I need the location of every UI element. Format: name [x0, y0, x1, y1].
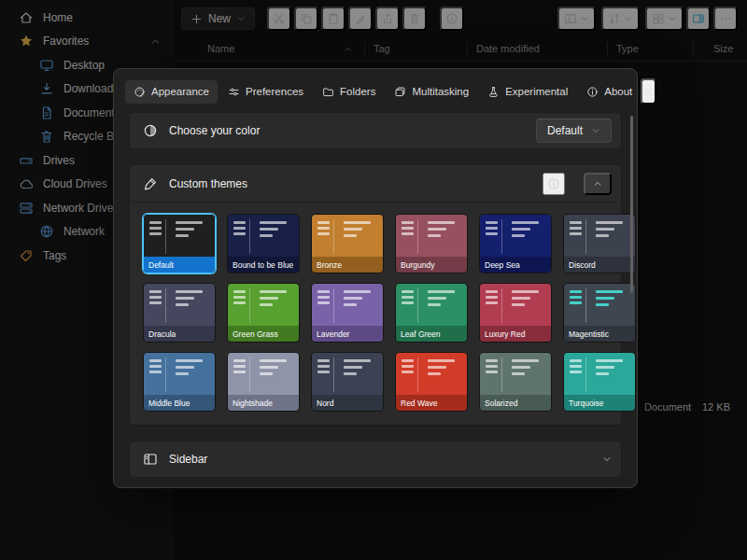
- theme-preview: [144, 284, 215, 326]
- palette-icon: [134, 86, 146, 98]
- tab-folders[interactable]: Folders: [314, 80, 384, 104]
- theme-bound-to-be-blue[interactable]: Bound to be Blue: [227, 214, 300, 273]
- preview-bar: [260, 372, 273, 375]
- theme-preview: [396, 215, 467, 257]
- theme-turquoise[interactable]: Turquoise: [563, 352, 636, 412]
- theme-name-label: Nightshade: [228, 395, 299, 411]
- color-dropdown-value: Default: [547, 124, 583, 137]
- theme-preview: [228, 215, 299, 257]
- preview-bar: [317, 301, 330, 304]
- themes-info-button[interactable]: [543, 173, 565, 195]
- theme-preview-sidebar: [149, 219, 166, 254]
- theme-deep-sea[interactable]: Deep Sea: [479, 214, 552, 273]
- theme-leaf-green[interactable]: Leaf Green: [395, 283, 468, 343]
- info-icon: [547, 177, 560, 190]
- theme-preview-sidebar: [486, 357, 502, 392]
- preview-bar: [596, 228, 614, 231]
- theme-magentistic[interactable]: Magentistic: [563, 283, 636, 343]
- preview-bar: [486, 227, 498, 230]
- preview-bar: [428, 234, 441, 237]
- preview-bar: [596, 372, 609, 375]
- color-dropdown[interactable]: Default: [536, 119, 612, 143]
- tab-multitasking[interactable]: Multitasking: [386, 80, 477, 104]
- settings-dialog: AppearancePreferencesFoldersMultitasking…: [113, 68, 638, 488]
- choose-color-label: Choose your color: [169, 124, 260, 137]
- theme-bronze[interactable]: Bronze: [311, 214, 384, 273]
- preview-bar: [149, 227, 162, 230]
- theme-name-label: Leaf Green: [396, 326, 467, 342]
- themes-collapse-button[interactable]: [584, 173, 612, 195]
- tab-preferences[interactable]: Preferences: [219, 80, 312, 104]
- custom-themes-header[interactable]: Custom themes: [130, 165, 621, 203]
- close-button[interactable]: [641, 78, 656, 105]
- theme-luxury-red[interactable]: Luxury Red: [479, 283, 552, 343]
- preview-bar: [260, 359, 287, 362]
- preview-bar: [596, 303, 609, 306]
- preview-bar: [317, 290, 330, 293]
- theme-preview-sidebar: [570, 219, 586, 254]
- preview-bar: [596, 234, 609, 237]
- info-icon: [586, 86, 599, 98]
- theme-preview-main: [591, 357, 629, 392]
- preview-bar: [402, 301, 414, 304]
- theme-burgundy[interactable]: Burgundy: [395, 214, 468, 273]
- theme-name-label: Solarized: [480, 395, 551, 411]
- theme-preview: [480, 353, 551, 395]
- theme-middle-blue[interactable]: Middle Blue: [143, 352, 216, 412]
- preview-bar: [176, 228, 194, 231]
- preview-bar: [402, 371, 414, 373]
- preview-bar: [176, 366, 194, 369]
- preview-bar: [486, 359, 498, 362]
- theme-preview-sidebar: [317, 219, 334, 254]
- preview-bar: [149, 232, 162, 235]
- preview-bar: [260, 234, 273, 237]
- preview-bar: [512, 234, 525, 237]
- preview-bar: [176, 297, 194, 300]
- theme-red-wave[interactable]: Red Wave: [395, 352, 468, 412]
- tab-label: Multitasking: [412, 86, 469, 97]
- theme-nord[interactable]: Nord: [311, 352, 384, 412]
- theme-preview-sidebar: [486, 288, 502, 323]
- tab-experimental[interactable]: Experimental: [479, 80, 576, 104]
- theme-name-label: Nord: [312, 395, 383, 411]
- theme-discord[interactable]: Discord: [563, 214, 636, 273]
- dialog-scrollbar[interactable]: [630, 116, 633, 293]
- theme-preview-main: [339, 219, 377, 254]
- preview-bar: [570, 359, 582, 362]
- theme-preview: [564, 215, 635, 257]
- chevron-down-icon: [602, 455, 612, 464]
- theme-preview: [144, 215, 215, 257]
- tab-about[interactable]: About: [578, 80, 641, 104]
- theme-preview: [396, 353, 467, 395]
- theme-preview: [564, 284, 635, 326]
- theme-preview-main: [171, 288, 209, 323]
- theme-dracula[interactable]: Dracula: [143, 283, 216, 343]
- theme-preview-main: [507, 288, 545, 323]
- preview-bar: [512, 228, 530, 231]
- theme-preview: [564, 353, 635, 395]
- theme-lavender[interactable]: Lavender: [311, 283, 384, 343]
- theme-nightshade[interactable]: Nightshade: [227, 352, 300, 412]
- tab-appearance[interactable]: Appearance: [125, 80, 218, 104]
- preview-bar: [317, 232, 330, 235]
- preview-bar: [344, 234, 357, 237]
- theme-name-label: Deep Sea: [480, 257, 551, 273]
- theme-preview-sidebar: [402, 219, 418, 254]
- preview-bar: [486, 221, 498, 224]
- preview-bar: [428, 228, 446, 231]
- preview-bar: [176, 359, 203, 362]
- theme-default[interactable]: Default: [143, 214, 216, 273]
- theme-green-grass[interactable]: Green Grass: [227, 283, 300, 343]
- preview-bar: [233, 371, 246, 373]
- theme-solarized[interactable]: Solarized: [479, 352, 552, 412]
- theme-preview: [228, 353, 299, 395]
- preview-bar: [596, 221, 623, 224]
- theme-name-label: Bound to be Blue: [228, 257, 299, 273]
- theme-name-label: Red Wave: [396, 395, 467, 411]
- theme-preview-sidebar: [233, 357, 250, 392]
- preview-bar: [486, 290, 498, 293]
- sidebar-section-row[interactable]: Sidebar: [129, 441, 622, 478]
- preview-bar: [402, 227, 414, 230]
- preview-bar: [233, 296, 246, 299]
- preview-bar: [317, 227, 330, 230]
